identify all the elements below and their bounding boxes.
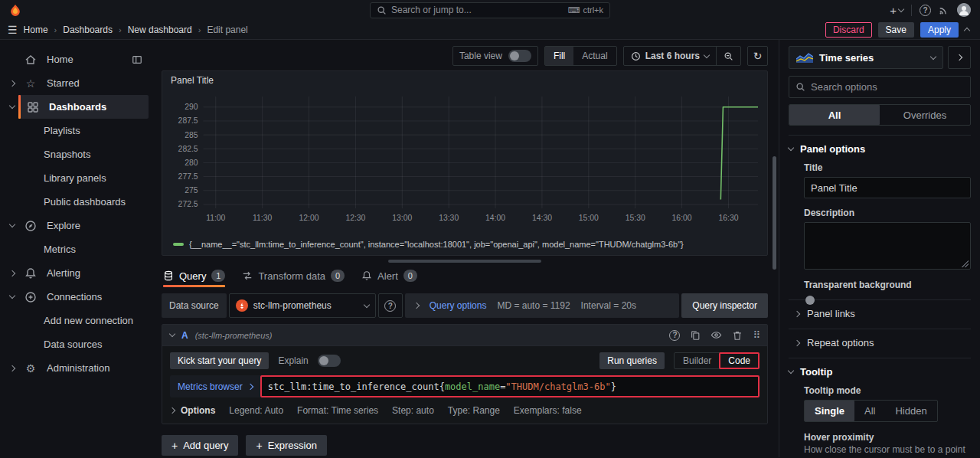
- sidebar-item-label: Public dashboards: [44, 196, 126, 208]
- fill-option[interactable]: Fill: [545, 47, 573, 65]
- query-help-icon[interactable]: ?: [669, 330, 680, 341]
- global-search-input[interactable]: [391, 5, 564, 15]
- tab-overrides[interactable]: Overrides: [880, 105, 970, 125]
- add-new-button[interactable]: +: [890, 4, 903, 17]
- sidebar-item-snapshots[interactable]: Snapshots: [0, 142, 153, 166]
- options-search[interactable]: [789, 76, 971, 98]
- zoom-out-button[interactable]: [716, 47, 740, 65]
- sidebar-item-starred[interactable]: ☆ Starred: [0, 71, 153, 95]
- max-data-points-stat: MD = auto = 1192: [497, 300, 570, 311]
- discard-button[interactable]: Discard: [825, 22, 872, 38]
- sidebar-item-metrics[interactable]: Metrics: [0, 237, 153, 261]
- pane-resize-handle[interactable]: [388, 260, 541, 263]
- tooltip-mode-label: Tooltip mode: [804, 385, 971, 396]
- table-view-toggle[interactable]: [508, 50, 531, 62]
- legend-series-label[interactable]: {__name__="stc_llm:time_to_inference_cou…: [189, 240, 684, 249]
- panel-description-textarea[interactable]: [804, 222, 971, 270]
- user-avatar[interactable]: [957, 3, 971, 17]
- drag-handle-icon[interactable]: ⠿: [753, 329, 760, 341]
- datasource-select[interactable]: stc-llm-prometheus: [229, 293, 376, 318]
- promql-code-input[interactable]: stc_llm:time_to_inference_count{model_na…: [260, 375, 760, 397]
- scrollbar-thumb[interactable]: [773, 156, 776, 270]
- resize-corner-icon[interactable]: [962, 260, 969, 267]
- tooltip-header[interactable]: Tooltip: [789, 366, 971, 378]
- visualization-picker[interactable]: Time series: [789, 46, 943, 69]
- sidebar-item-alerting[interactable]: Alerting: [0, 261, 153, 285]
- svg-text:12:30: 12:30: [345, 214, 365, 222]
- query-inspector-button[interactable]: Query inspector: [681, 293, 768, 318]
- metrics-browser-link[interactable]: Metrics browser: [170, 375, 260, 397]
- eye-icon[interactable]: [710, 329, 722, 341]
- time-range-picker[interactable]: Last 6 hours: [624, 47, 716, 65]
- duplicate-icon[interactable]: [690, 330, 701, 341]
- sidebar-item-administration[interactable]: ⚙ Administration: [0, 356, 153, 380]
- chevron-right-icon: [9, 365, 15, 371]
- repeat-options-label: Repeat options: [807, 337, 874, 348]
- title-field-label: Title: [804, 162, 971, 173]
- trash-icon[interactable]: [732, 330, 743, 341]
- breadcrumb-dashboards[interactable]: Dashboards: [63, 25, 113, 35]
- help-icon[interactable]: ?: [920, 5, 931, 16]
- sidebar-item-dashboards[interactable]: Dashboards: [0, 95, 153, 119]
- query-options-link[interactable]: Query options: [430, 300, 487, 311]
- sidebar-item-playlists[interactable]: Playlists: [0, 119, 153, 142]
- kick-start-query-button[interactable]: Kick start your query: [170, 352, 269, 369]
- refresh-button[interactable]: ↻: [747, 46, 768, 66]
- bell-icon: [361, 270, 372, 281]
- format-option-summary: Format: Time series: [297, 405, 378, 416]
- tab-query[interactable]: Query 1: [163, 264, 225, 287]
- sidebar-item-label: Data sources: [44, 339, 103, 350]
- builder-mode-button[interactable]: Builder: [675, 353, 720, 368]
- datasource-help-button[interactable]: ?: [378, 293, 403, 318]
- mega-menu-toggle[interactable]: ☰: [8, 24, 18, 36]
- actual-option[interactable]: Actual: [573, 47, 616, 65]
- tooltip-mode-hidden[interactable]: Hidden: [885, 401, 936, 421]
- datasource-label: Data source: [162, 293, 227, 318]
- svg-text:14:00: 14:00: [485, 214, 505, 222]
- sidebar-item-add-new-connection[interactable]: Add new connection: [0, 309, 153, 332]
- svg-text:16:00: 16:00: [672, 214, 692, 222]
- apply-button[interactable]: Apply: [920, 22, 959, 38]
- tooltip-mode-single[interactable]: Single: [805, 401, 854, 421]
- panel-preview[interactable]: Panel Title 272.5275277.5280282.5285287.…: [162, 70, 768, 256]
- sidebar-item-data-sources[interactable]: Data sources: [0, 332, 153, 356]
- repeat-options-collapse[interactable]: Repeat options: [789, 329, 971, 348]
- dock-menu-icon[interactable]: [132, 54, 142, 65]
- toggle-viz-suggestions-button[interactable]: [948, 46, 971, 69]
- panel-options-header[interactable]: Panel options: [789, 143, 971, 155]
- news-icon[interactable]: [939, 5, 949, 15]
- tab-transform-data[interactable]: Transform data 0: [242, 264, 345, 287]
- code-mode-button[interactable]: Code: [719, 352, 760, 369]
- time-series-chart: 272.5275277.5280282.5285287.529011:0011:…: [168, 86, 761, 240]
- panel-title-input[interactable]: [804, 177, 971, 198]
- svg-text:14:30: 14:30: [532, 214, 552, 222]
- explain-toggle[interactable]: [318, 355, 341, 367]
- svg-text:11:30: 11:30: [253, 214, 272, 222]
- collapse-pane-icon[interactable]: [964, 28, 970, 34]
- sidebar-item-public-dashboards[interactable]: Public dashboards: [0, 190, 153, 214]
- save-button[interactable]: Save: [878, 22, 914, 38]
- sidebar-nav: Home ☆ Starred Dashboards Playlists Snap…: [0, 40, 153, 457]
- add-query-button[interactable]: +Add query: [162, 435, 238, 456]
- tab-alert[interactable]: Alert 0: [361, 264, 417, 287]
- tab-all-options[interactable]: All: [789, 105, 880, 125]
- sidebar-item-label: Add new connection: [44, 315, 133, 326]
- tooltip-mode-all[interactable]: All: [854, 401, 885, 421]
- chevron-down-icon: [898, 5, 904, 11]
- add-expression-button[interactable]: +Expression: [246, 435, 327, 456]
- sidebar-item-home[interactable]: Home: [0, 47, 153, 71]
- sidebar-item-connections[interactable]: Connections: [0, 285, 153, 309]
- query-options-collapse[interactable]: Options: [170, 405, 215, 416]
- run-queries-button[interactable]: Run queries: [599, 352, 665, 369]
- table-view-control: Table view: [452, 46, 538, 66]
- grafana-logo-icon[interactable]: [9, 4, 21, 16]
- sidebar-item-library-panels[interactable]: Library panels: [0, 166, 153, 190]
- sidebar-item-explore[interactable]: Explore: [0, 214, 153, 237]
- query-row-header[interactable]: A (stc-llm-prometheus) ? ⠿: [162, 325, 767, 346]
- search-shortcut: ⌨ ctrl+k: [568, 5, 603, 15]
- breadcrumb-new-dashboard[interactable]: New dashboard: [128, 25, 192, 35]
- options-search-input[interactable]: [811, 81, 964, 93]
- global-search[interactable]: ⌨ ctrl+k: [370, 2, 610, 18]
- panel-links-collapse[interactable]: Panel links: [789, 299, 971, 319]
- breadcrumb-home[interactable]: Home: [24, 25, 48, 35]
